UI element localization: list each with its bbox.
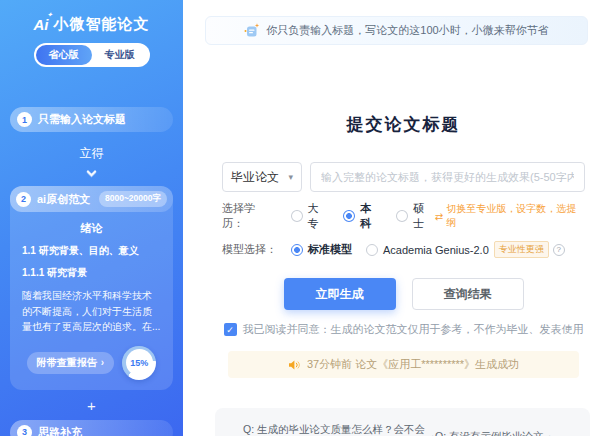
action-buttons: 立即生成 查询结果 (222, 278, 585, 310)
more-professional-badge: 专业性更强 (494, 241, 549, 258)
step3-bar: 3 思路补充 (10, 420, 173, 436)
report-row: 附带查重报告 › 15% (10, 346, 173, 380)
radio-icon (396, 210, 408, 222)
document-sparkle-icon (244, 23, 260, 38)
faq-link-sample[interactable]: Q: 有没有示例毕业论文› (435, 423, 580, 436)
radio-model-standard[interactable]: 标准模型 (291, 242, 352, 257)
generate-now-button[interactable]: 立即生成 (284, 278, 396, 310)
similarity-percent: 15% (126, 349, 153, 376)
faq-link-quality[interactable]: Q: 生成的毕业论文质量怎么样？会不会有胡说八道的情况› (243, 423, 435, 436)
model-label: 模型选择： (222, 242, 277, 257)
radio-model-academia-genius[interactable]: Academia Genius-2.0 (366, 244, 489, 256)
model-row: 模型选择： 标准模型 Academia Genius-2.0 专业性更强 ? (222, 241, 585, 258)
agreement-checkbox[interactable]: ✓ (224, 323, 237, 336)
preview-paragraph: 随着我国经济水平和科学技术的不断提高，人们对于生活质量也有了更高层次的追求。在.… (22, 288, 161, 335)
chevron-down-icon (0, 168, 183, 176)
help-question-icon[interactable]: ? (553, 244, 565, 256)
preview-heading-1: 1.1 研究背景、目的、意义 (22, 244, 161, 258)
paper-title-input[interactable] (310, 162, 585, 192)
step1-label: 只需输入论文标题 (38, 112, 126, 127)
step2-label: ai原创范文 (37, 192, 90, 207)
radio-icon (291, 210, 303, 222)
radio-checked-icon (291, 244, 303, 256)
step3-number: 3 (17, 425, 32, 436)
sparkle-icon: ✦ (47, 11, 53, 19)
radio-degree-bachelor[interactable]: 本科 (343, 201, 382, 231)
version-tabs: 省心版 专业版 (0, 43, 183, 67)
step1-number: 1 (17, 112, 32, 127)
chevron-down-icon: ▾ (288, 172, 293, 182)
page-title: 提交论文标题 (222, 113, 585, 136)
app-title: 小微智能论文 (54, 15, 150, 34)
promo-banner: 你只负责输入标题，写论文的这100小时，小微来帮你节省 (205, 16, 588, 45)
paper-type-select[interactable]: 毕业论文 ▾ (222, 162, 302, 192)
tab-pro-version[interactable]: 专业版 (92, 45, 148, 65)
agreement-row: ✓ 我已阅读并同意：生成的论文范文仅用于参考，不作为毕业、发表使用 (222, 322, 585, 337)
main-panel: 你只负责输入标题，写论文的这100小时，小微来帮你节省 提交论文标题 毕业论文 … (183, 0, 600, 436)
title-form-row: 毕业论文 ▾ (222, 162, 585, 192)
preview-section-title: 绪论 (10, 221, 173, 236)
radio-icon (366, 244, 378, 256)
sidebar: Ai✦ 小微智能论文 省心版 专业版 1 只需输入论文标题 立得 2 ai原创范… (0, 0, 183, 436)
arrow-right-icon: › (101, 357, 104, 368)
radio-degree-master[interactable]: 硕士 (396, 201, 435, 231)
radio-degree-junior-college[interactable]: 大专 (291, 201, 330, 231)
radio-checked-icon (343, 210, 355, 222)
notice-text: 37分钟前 论文《应用工**********》生成成功 (307, 357, 519, 372)
step2-number: 2 (16, 192, 31, 207)
app-window: Ai✦ 小微智能论文 省心版 专业版 1 只需输入论文标题 立得 2 ai原创范… (0, 0, 600, 436)
version-tab-group: 省心版 专业版 (34, 43, 150, 67)
query-results-button[interactable]: 查询结果 (412, 278, 524, 310)
tab-worry-free-version[interactable]: 省心版 (36, 45, 92, 65)
plagiarism-report-button[interactable]: 附带查重报告 › (27, 352, 114, 374)
logo: Ai✦ 小微智能论文 (0, 0, 183, 34)
faq-section: Q: 生成的毕业论文质量怎么样？会不会有胡说八道的情况› Q: 有没有示例毕业论… (215, 408, 590, 436)
step1-bar: 1 只需输入论文标题 (10, 107, 173, 132)
banner-text: 你只负责输入标题，写论文的这100小时，小微来帮你节省 (266, 23, 548, 38)
word-count-badge: 8000~20000字 (99, 191, 167, 207)
degree-row: 选择学历： 大专 本科 硕士 ⇄ 切换至专业版，设字数，选提纲 (222, 201, 585, 231)
switch-to-pro-link[interactable]: ⇄ 切换至专业版，设字数，选提纲 (435, 202, 585, 230)
app-logo-icon: Ai✦ (34, 16, 49, 33)
notice-wrap: 37分钟前 论文《应用工**********》生成成功 (222, 351, 585, 378)
agreement-text: 我已阅读并同意：生成的论文范文仅用于参考，不作为毕业、发表使用 (243, 322, 584, 337)
generation-notice: 37分钟前 论文《应用工**********》生成成功 (228, 351, 579, 378)
step3-label: 思路补充 (38, 425, 82, 436)
step2-header: 2 ai原创范文 8000~20000字 (10, 186, 173, 212)
step2-card: 2 ai原创范文 8000~20000字 绪论 1.1 研究背景、目的、意义 1… (10, 186, 173, 390)
preview-heading-2: 1.1.1 研究背景 (22, 266, 161, 280)
plus-icon: + (0, 397, 183, 414)
speaker-icon (288, 359, 300, 371)
swap-icon: ⇄ (435, 211, 443, 222)
instant-caption: 立得 (0, 145, 183, 162)
degree-label: 选择学历： (222, 201, 277, 231)
similarity-progress-ring: 15% (122, 346, 156, 380)
arrow-right-icon: › (549, 431, 553, 436)
